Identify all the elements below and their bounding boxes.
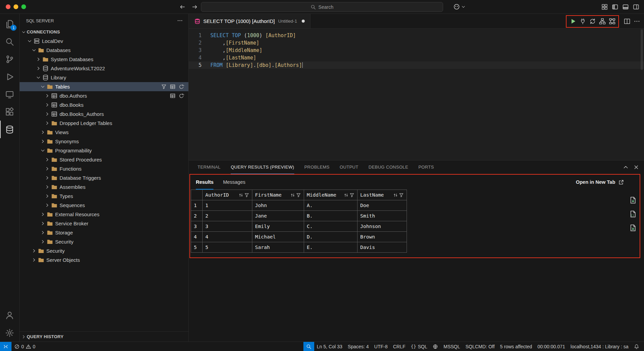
- refresh-icon[interactable]: [179, 84, 184, 90]
- status-feedback[interactable]: [430, 342, 441, 351]
- code-line-4[interactable]: 4 ,[LastName]: [189, 54, 644, 61]
- filter-icon[interactable]: [296, 193, 301, 198]
- status-zoom-indicator[interactable]: [303, 342, 314, 351]
- filter-icon[interactable]: [244, 193, 249, 198]
- filter-icon[interactable]: [161, 84, 167, 90]
- save-as-csv-button[interactable]: [629, 196, 637, 205]
- cell-firstname-2[interactable]: Jane: [252, 211, 304, 221]
- tree-item-views[interactable]: Views: [20, 128, 188, 137]
- chevron-right-icon[interactable]: [39, 130, 46, 135]
- column-header-lastname[interactable]: LastName: [358, 190, 407, 200]
- row-number[interactable]: 5: [191, 242, 203, 253]
- tree-item-sequences[interactable]: Sequences: [20, 201, 188, 210]
- row-number[interactable]: 3: [191, 221, 203, 232]
- activity-accounts[interactable]: [0, 306, 19, 324]
- panel-tab-terminal[interactable]: TERMINAL: [198, 160, 221, 174]
- chevron-right-icon[interactable]: [35, 66, 42, 71]
- tree-item-assemblies[interactable]: Assemblies: [20, 182, 188, 192]
- activity-extensions[interactable]: [0, 103, 19, 121]
- tree-item-security[interactable]: Security: [20, 246, 188, 255]
- problems-status[interactable]: 0 0: [12, 342, 38, 351]
- chevron-right-icon[interactable]: [44, 93, 50, 98]
- column-header-authorid[interactable]: AuthorID: [203, 190, 252, 200]
- results-tab-messages[interactable]: Messages: [223, 175, 245, 190]
- save-as-json-button[interactable]: { }: [629, 210, 637, 219]
- chevron-right-icon[interactable]: [44, 102, 50, 107]
- chevron-right-icon[interactable]: [35, 57, 42, 62]
- close-window-button[interactable]: [6, 4, 10, 9]
- tree-item-programmability[interactable]: Programmability: [20, 146, 188, 155]
- chevron-right-icon[interactable]: [44, 166, 50, 171]
- go-forward-button[interactable]: [191, 4, 198, 10]
- activity-source-control[interactable]: [0, 50, 19, 68]
- open-in-new-tab-button[interactable]: Open in New Tab: [576, 175, 624, 190]
- cell-firstname-1[interactable]: John: [252, 200, 304, 211]
- filter-icon[interactable]: [399, 193, 404, 198]
- cell-firstname-4[interactable]: Michael: [252, 232, 304, 242]
- panel-tab-ports[interactable]: PORTS: [418, 160, 434, 174]
- tree-item-tables[interactable]: Tables: [20, 82, 188, 91]
- sort-icon[interactable]: [344, 193, 349, 198]
- tree-item-dbo-authors[interactable]: dbo.Authors: [20, 91, 188, 100]
- chevron-down-icon[interactable]: [30, 48, 37, 53]
- toggle-secondary-sidebar-button[interactable]: [633, 4, 639, 10]
- search-input[interactable]: Search: [201, 2, 443, 12]
- panel-tab-output[interactable]: OUTPUT: [340, 160, 358, 174]
- status-connection-info[interactable]: localhost,1434 : Library : sa: [568, 342, 631, 351]
- chevron-down-icon[interactable]: [35, 75, 42, 80]
- sidebar-more-actions-icon[interactable]: [177, 18, 183, 24]
- chevron-right-icon[interactable]: [44, 157, 50, 162]
- tree-item-localdev[interactable]: LocalDev: [20, 36, 188, 46]
- grid-corner-cell[interactable]: [191, 190, 203, 200]
- cell-lastname-2[interactable]: Smith: [358, 211, 407, 221]
- copilot-button[interactable]: [453, 3, 466, 10]
- sort-icon[interactable]: [238, 193, 244, 198]
- query-history-section-header[interactable]: QUERY HISTORY: [20, 331, 188, 342]
- chevron-right-icon[interactable]: [44, 203, 50, 208]
- table-icon[interactable]: [170, 93, 176, 99]
- row-number[interactable]: 4: [191, 232, 203, 242]
- minimize-window-button[interactable]: [14, 4, 18, 9]
- cell-authorid-1[interactable]: 1: [203, 200, 252, 211]
- tree-item-dbo-books-authors[interactable]: dbo.Books_Authors: [20, 109, 188, 119]
- row-number[interactable]: 2: [191, 211, 203, 221]
- cell-middlename-5[interactable]: E.: [304, 242, 358, 253]
- tree-item-adventureworkslt2022[interactable]: AdventureWorksLT2022: [20, 64, 188, 73]
- tree-item-external-resources[interactable]: External Resources: [20, 210, 188, 219]
- cell-middlename-2[interactable]: B.: [304, 211, 358, 221]
- filter-icon[interactable]: [349, 193, 354, 198]
- status-cursor-position[interactable]: Ln 5, Col 33: [314, 342, 345, 351]
- chevron-right-icon[interactable]: [30, 257, 37, 262]
- column-header-middlename[interactable]: MiddleName: [304, 190, 358, 200]
- chevron-right-icon[interactable]: [44, 194, 50, 199]
- table-icon[interactable]: [170, 84, 176, 90]
- panel-tab-problems[interactable]: PROBLEMS: [304, 160, 330, 174]
- estimated-plan-button[interactable]: [598, 17, 607, 26]
- chevron-right-icon[interactable]: [39, 139, 46, 144]
- activity-run-and-debug[interactable]: [0, 68, 19, 85]
- status-mssql-provider[interactable]: MSSQL: [441, 342, 463, 351]
- tree-item-storage[interactable]: Storage: [20, 228, 188, 237]
- tree-item-database-triggers[interactable]: Database Triggers: [20, 173, 188, 182]
- tree-item-functions[interactable]: Functions: [20, 164, 188, 173]
- tree-item-library[interactable]: Library: [20, 73, 188, 82]
- cell-lastname-3[interactable]: Johnson: [358, 221, 407, 232]
- tree-item-synonyms[interactable]: Synonyms: [20, 137, 188, 146]
- chevron-right-icon[interactable]: [44, 184, 50, 190]
- status-rows-affected[interactable]: 5 rows affected: [497, 342, 535, 351]
- editor-tab[interactable]: SELECT TOP (1000) [AuthorID] Untitled-1: [189, 14, 310, 28]
- collapse-panel-icon[interactable]: [623, 164, 629, 170]
- split-editor-button[interactable]: [622, 17, 631, 26]
- editor-scrollbar[interactable]: [641, 29, 643, 70]
- chevron-down-icon[interactable]: [39, 84, 46, 89]
- chevron-down-icon[interactable]: [39, 148, 46, 153]
- status-encoding[interactable]: UTF-8: [371, 342, 390, 351]
- go-back-button[interactable]: [179, 4, 186, 10]
- status-sqlcmd[interactable]: SQLCMD: Off: [463, 342, 497, 351]
- chevron-right-icon[interactable]: [39, 230, 46, 235]
- save-as-excel-button[interactable]: [629, 224, 637, 233]
- cell-middlename-3[interactable]: C.: [304, 221, 358, 232]
- status-language-mode[interactable]: {}SQL: [408, 342, 430, 351]
- tree-item-security[interactable]: Security: [20, 237, 188, 246]
- row-number[interactable]: 1: [191, 200, 203, 211]
